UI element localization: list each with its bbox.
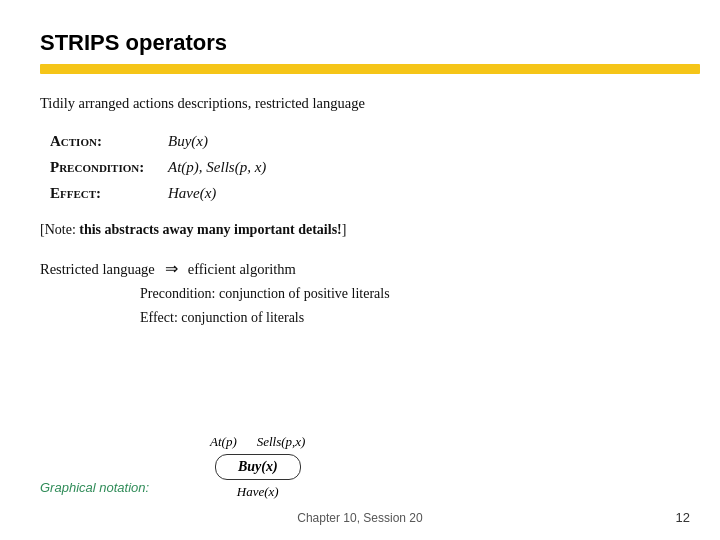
graphical-notation-label: Graphical notation: (40, 480, 180, 495)
action-label: Action: (50, 129, 160, 153)
precond-row: Precondition: At(p), Sells(p, x) (50, 155, 680, 179)
diagram-effect: Have(x) (237, 484, 279, 500)
precond-value: At(p), Sells(p, x) (168, 155, 266, 179)
diagram-action-box: Buy(x) (215, 454, 301, 480)
slide: STRIPS operators Tidily arranged actions… (0, 0, 720, 540)
implication-arrow: ⇒ (165, 256, 178, 282)
page-number: 12 (676, 510, 690, 525)
effect-row: Effect: Have(x) (50, 181, 680, 205)
note-line: [Note: this abstracts away many importan… (40, 219, 680, 241)
restricted-row-1: Restricted language ⇒ efficient algorith… (40, 256, 680, 282)
diagram-precond2: Sells(p,x) (257, 434, 306, 450)
effect-label: Effect: (50, 181, 160, 205)
slide-title: STRIPS operators (40, 30, 680, 56)
effect-conjunction: Effect: conjunction of literals (140, 307, 680, 329)
action-value: Buy(x) (168, 129, 208, 153)
diagram-precond1: At(p) (210, 434, 237, 450)
slide-content: Tidily arranged actions descriptions, re… (40, 92, 680, 329)
precond-label: Precondition: (50, 155, 160, 179)
footer: Chapter 10, Session 20 (0, 511, 720, 525)
action-block: Action: Buy(x) Precondition: At(p), Sell… (50, 129, 680, 205)
graphical-diagram: At(p) Sells(p,x) Buy(x) Have(x) (210, 434, 305, 500)
action-row: Action: Buy(x) (50, 129, 680, 153)
footer-text: Chapter 10, Session 20 (297, 511, 422, 525)
restricted-language-text: Restricted language (40, 258, 155, 281)
graphical-section: Graphical notation: At(p) Sells(p,x) Buy… (0, 434, 720, 500)
diagram-preconditions: At(p) Sells(p,x) (210, 434, 305, 450)
restricted-block: Restricted language ⇒ efficient algorith… (40, 256, 680, 329)
effect-value: Have(x) (168, 181, 216, 205)
efficient-algorithm-text: efficient algorithm (188, 258, 296, 281)
intro-text: Tidily arranged actions descriptions, re… (40, 92, 680, 115)
yellow-bar (40, 64, 700, 74)
precond-conjunction: Precondition: conjunction of positive li… (140, 283, 680, 305)
